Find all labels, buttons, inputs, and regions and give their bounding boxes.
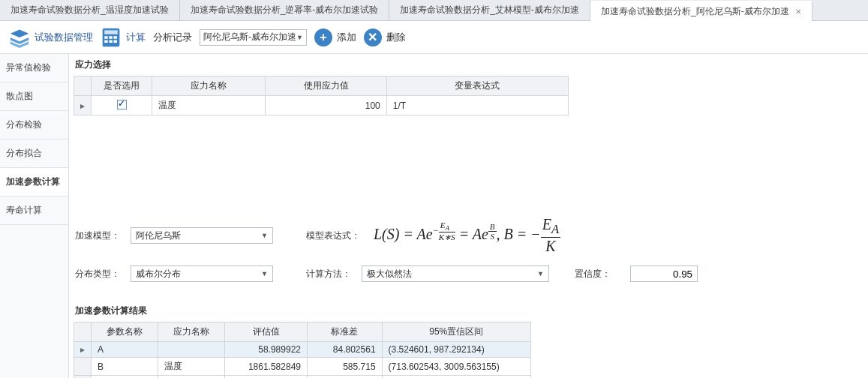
result-table: 参数名称 应力名称 评估值 标准差 95%置信区间 ▸ A 58.989922 … <box>74 322 531 378</box>
cell-ci[interactable]: (3.263545, 5.643306) <box>382 376 530 379</box>
sidebar-item-life-calc[interactable]: 寿命计算 <box>0 196 68 225</box>
col-std[interactable]: 标准差 <box>307 322 382 342</box>
accel-model-value: 阿伦尼乌斯 <box>136 230 181 242</box>
window-tab-label: 加速寿命试验数据分析_温湿度加速试验 <box>11 4 169 16</box>
conf-input[interactable] <box>630 266 698 282</box>
svg-rect-6 <box>109 40 112 43</box>
col-eval[interactable]: 评估值 <box>225 322 308 342</box>
dist-value: 威布尔分布 <box>136 268 181 280</box>
row-handle[interactable]: ▸ <box>74 96 92 116</box>
window-tab-3[interactable]: 加速寿命试验数据分析_阿伦尼乌斯-威布尔加速 ✕ <box>590 1 812 21</box>
col-ci[interactable]: 95%置信区间 <box>382 322 530 342</box>
col-value[interactable]: 使用应力值 <box>266 76 386 96</box>
cell-expr[interactable]: 1/T <box>386 96 568 116</box>
cell-eval[interactable]: 58.989922 <box>225 342 308 358</box>
analysis-record-select[interactable]: 阿伦尼乌斯-威布尔加速 ▼ <box>200 29 307 46</box>
formula-display: L(S) = Ae−EAK∗S = AeBS, B = −EAK <box>371 216 560 255</box>
chevron-down-icon: ▼ <box>261 232 268 239</box>
cell-value[interactable]: 100 <box>266 96 386 116</box>
delete-label: 删除 <box>386 31 406 44</box>
accel-model-select[interactable]: 阿伦尼乌斯 ▼ <box>131 227 273 244</box>
result-section-title: 加速参数计算结果 <box>69 300 868 322</box>
window-tab-2[interactable]: 加速寿命试验数据分析_艾林模型-威布尔加速 <box>389 0 590 20</box>
dist-label: 分布类型： <box>75 268 120 280</box>
close-icon[interactable]: ✕ <box>795 8 801 16</box>
window-tab-1[interactable]: 加速寿命试验数据分析_逆幂率-威布尔加速试验 <box>180 0 390 20</box>
method-label: 计算方法： <box>306 268 351 280</box>
svg-rect-5 <box>104 40 107 43</box>
sidebar: 异常值检验 散点图 分布检验 分布拟合 加速参数计算 寿命计算 <box>0 54 69 378</box>
main-panel: 应力选择 是否选用 应力名称 使用应力值 变量表达式 ▸ 温度 100 1/T … <box>69 54 868 378</box>
svg-rect-2 <box>104 36 107 39</box>
col-expr[interactable]: 变量表达式 <box>386 76 568 96</box>
compute-label: 计算 <box>126 31 146 44</box>
cell-ci[interactable]: (3.524601, 987.292134) <box>382 342 530 358</box>
table-row[interactable]: B 温度 1861.582849 585.715 (713.602543, 30… <box>74 358 531 376</box>
analysis-record-value: 阿伦尼乌斯-威布尔加速 <box>203 31 296 44</box>
cell-eval[interactable]: 4.291525 <box>225 376 308 379</box>
expr-label: 模型表达式： <box>306 230 360 242</box>
row-handle[interactable]: ▸ <box>74 342 92 358</box>
cell-sname[interactable] <box>158 376 225 379</box>
accel-model-label: 加速模型： <box>75 230 120 242</box>
row-handle[interactable] <box>74 358 92 376</box>
layers-icon <box>9 27 30 48</box>
window-tab-label: 加速寿命试验数据分析_艾林模型-威布尔加速 <box>400 4 579 16</box>
cell-pname[interactable]: beta <box>92 376 158 379</box>
data-mgmt-label: 试验数据管理 <box>35 31 93 44</box>
svg-rect-3 <box>109 36 112 39</box>
analysis-record-label: 分析记录 <box>153 31 192 44</box>
chevron-down-icon: ▼ <box>261 270 268 278</box>
plus-icon: + <box>314 28 332 46</box>
stress-table: 是否选用 应力名称 使用应力值 变量表达式 ▸ 温度 100 1/T <box>74 76 569 116</box>
sidebar-item-accel-params[interactable]: 加速参数计算 <box>0 168 68 196</box>
sidebar-item-scatter[interactable]: 散点图 <box>0 82 68 111</box>
cell-sname[interactable]: 温度 <box>158 358 225 376</box>
compute-button[interactable]: 计算 <box>101 27 146 48</box>
row-handle[interactable] <box>74 376 92 379</box>
cell-pname[interactable]: B <box>92 358 158 376</box>
add-button[interactable]: + 添加 <box>314 28 356 46</box>
method-select[interactable]: 极大似然法 ▼ <box>362 266 549 282</box>
x-icon: ✕ <box>364 28 382 46</box>
svg-rect-7 <box>114 40 117 43</box>
col-pname[interactable]: 参数名称 <box>92 322 158 342</box>
dist-select[interactable]: 威布尔分布 ▼ <box>131 266 273 282</box>
conf-label: 置信度： <box>575 268 620 280</box>
stress-section-title: 应力选择 <box>69 54 868 76</box>
sidebar-item-dist-test[interactable]: 分布检验 <box>0 111 68 140</box>
cell-std[interactable]: 0.599572 <box>307 376 382 379</box>
col-name[interactable]: 应力名称 <box>152 76 265 96</box>
row-handle-header <box>74 322 92 342</box>
table-row[interactable]: beta 4.291525 0.599572 (3.263545, 5.6433… <box>74 376 531 379</box>
checkbox[interactable] <box>117 100 127 110</box>
col-sname[interactable]: 应力名称 <box>158 322 225 342</box>
cell-pname[interactable]: A <box>92 342 158 358</box>
calculator-icon <box>101 27 122 48</box>
cell-ci[interactable]: (713.602543, 3009.563155) <box>382 358 530 376</box>
svg-rect-4 <box>114 36 117 39</box>
method-value: 极大似然法 <box>367 268 412 280</box>
data-mgmt-button[interactable]: 试验数据管理 <box>9 27 93 48</box>
chevron-down-icon: ▼ <box>537 270 544 278</box>
sidebar-item-outlier[interactable]: 异常值检验 <box>0 54 68 82</box>
add-label: 添加 <box>337 31 356 44</box>
table-row[interactable]: ▸ 温度 100 1/T <box>74 96 569 116</box>
table-row[interactable]: ▸ A 58.989922 84.802561 (3.524601, 987.2… <box>74 342 531 358</box>
window-tab-label: 加速寿命试验数据分析_阿伦尼乌斯-威布尔加速 <box>601 5 789 18</box>
cell-std[interactable]: 585.715 <box>307 358 382 376</box>
col-selected[interactable]: 是否选用 <box>92 76 152 96</box>
cell-sname[interactable] <box>158 342 225 358</box>
sidebar-item-dist-fit[interactable]: 分布拟合 <box>0 140 68 168</box>
window-tabs: 加速寿命试验数据分析_温湿度加速试验 加速寿命试验数据分析_逆幂率-威布尔加速试… <box>0 0 868 21</box>
cell-std[interactable]: 84.802561 <box>307 342 382 358</box>
svg-rect-1 <box>104 30 118 34</box>
cell-name[interactable]: 温度 <box>152 96 265 116</box>
window-tab-label: 加速寿命试验数据分析_逆幂率-威布尔加速试验 <box>191 4 379 16</box>
cell-eval[interactable]: 1861.582849 <box>225 358 308 376</box>
row-handle-header <box>74 76 92 96</box>
model-form: 加速模型： 阿伦尼乌斯 ▼ 模型表达式： L(S) = Ae−EAK∗S = A… <box>69 206 868 300</box>
window-tab-0[interactable]: 加速寿命试验数据分析_温湿度加速试验 <box>0 0 180 20</box>
delete-button[interactable]: ✕ 删除 <box>364 28 406 46</box>
chevron-down-icon: ▼ <box>296 34 303 41</box>
